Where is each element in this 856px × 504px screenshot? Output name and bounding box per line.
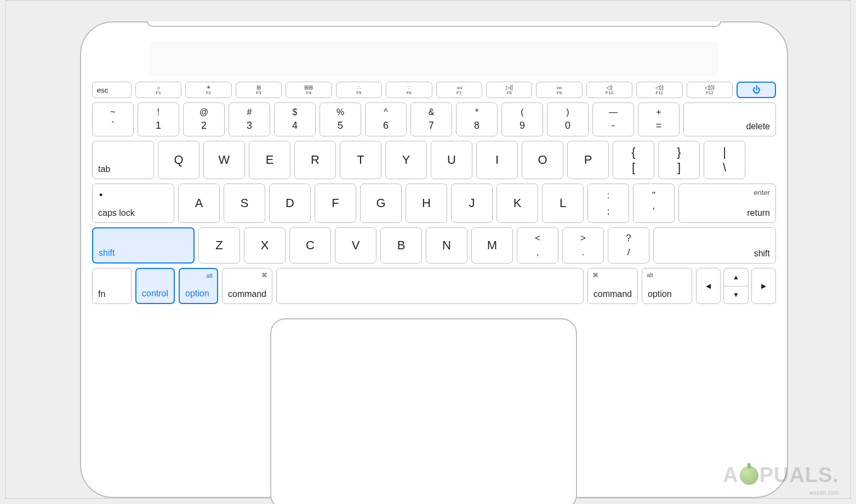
- key-shift-right[interactable]: shift: [653, 227, 776, 264]
- key-y[interactable]: Y: [385, 141, 427, 179]
- key-backtick[interactable]: ~`: [92, 102, 134, 136]
- key-k[interactable]: K: [497, 184, 538, 223]
- key-esc[interactable]: esc: [92, 82, 132, 98]
- key-m[interactable]: M: [471, 227, 513, 264]
- watermark-logo: A PUALS.: [723, 463, 839, 487]
- key-3[interactable]: #3: [229, 102, 270, 136]
- key-command-right[interactable]: ⌘command: [587, 268, 638, 304]
- key-9[interactable]: (9: [501, 102, 543, 136]
- key-sublabel: F10: [606, 91, 613, 95]
- key-arrow-down[interactable]: ▼: [723, 287, 748, 305]
- key-j[interactable]: J: [451, 184, 493, 223]
- key-sublabel: alt: [206, 272, 213, 279]
- key-w[interactable]: W: [203, 141, 245, 179]
- key-b[interactable]: B: [380, 227, 422, 264]
- key-arrow-up[interactable]: ▲: [723, 268, 748, 287]
- key-f9[interactable]: ▹▹F9: [536, 82, 582, 98]
- key-period[interactable]: >.: [562, 227, 604, 264]
- key-delete[interactable]: delete: [683, 102, 776, 136]
- arrow-left-icon: ◀: [706, 282, 711, 290]
- key-bracket-left[interactable]: {[: [613, 141, 654, 179]
- key-p[interactable]: P: [567, 141, 609, 179]
- key-comma[interactable]: <,: [517, 227, 558, 264]
- appuals-badge-icon: [740, 466, 758, 485]
- key-command-left[interactable]: ⌘command: [222, 268, 272, 304]
- key-label: command: [228, 289, 266, 299]
- key-0[interactable]: )0: [547, 102, 589, 136]
- key-6[interactable]: ^6: [365, 102, 407, 136]
- key-option-left[interactable]: altoption: [179, 268, 218, 304]
- key-equals[interactable]: +=: [638, 102, 680, 136]
- key-shift-left[interactable]: shift: [92, 227, 195, 264]
- key-u[interactable]: U: [431, 141, 472, 179]
- key-f2[interactable]: ☀F2: [185, 82, 231, 98]
- key-backslash[interactable]: |\: [704, 141, 745, 179]
- key-8[interactable]: *8: [456, 102, 498, 136]
- key-arrow-right[interactable]: ▶: [751, 268, 776, 304]
- key-a[interactable]: A: [178, 184, 220, 223]
- key-quote[interactable]: "': [633, 184, 675, 223]
- key-power[interactable]: ⏻: [737, 82, 776, 98]
- key-x[interactable]: X: [244, 227, 286, 264]
- key-f7[interactable]: ◃◃F7: [436, 82, 482, 98]
- key-i[interactable]: I: [476, 141, 518, 179]
- key-f[interactable]: F: [315, 184, 356, 223]
- key-f12[interactable]: ◁)))F12: [687, 82, 733, 98]
- arrow-up-icon: ▲: [733, 273, 739, 281]
- key-option-right[interactable]: altoption: [642, 268, 692, 304]
- speaker-grille: [150, 42, 718, 76]
- key-label: delete: [746, 122, 770, 131]
- mute-icon: ◁): [606, 85, 612, 90]
- key-f1[interactable]: ☼F1: [135, 82, 181, 98]
- key-capslock[interactable]: •caps lock: [92, 184, 174, 223]
- key-slash[interactable]: ?/: [608, 227, 649, 264]
- key-minus[interactable]: —-: [592, 102, 634, 136]
- function-row: esc ☼F1 ☀F2 ⊞F3 ⊞⊞F4 ∴F5 ∵F6 ◃◃F7 ▷||F8 …: [92, 82, 776, 98]
- key-label: fn: [98, 289, 105, 299]
- key-label: command: [594, 289, 632, 299]
- key-4[interactable]: $4: [274, 102, 316, 136]
- key-semicolon[interactable]: :;: [587, 184, 629, 223]
- trackpad[interactable]: [270, 318, 577, 504]
- key-2[interactable]: @2: [183, 102, 225, 136]
- key-f4[interactable]: ⊞⊞F4: [286, 82, 332, 98]
- arrow-right-icon: ▶: [761, 282, 766, 290]
- key-q[interactable]: Q: [158, 141, 199, 179]
- key-5[interactable]: %5: [319, 102, 361, 136]
- key-h[interactable]: H: [406, 184, 447, 223]
- key-fn[interactable]: fn: [92, 268, 132, 304]
- key-control[interactable]: control: [135, 268, 175, 304]
- key-space[interactable]: [276, 268, 584, 304]
- key-z[interactable]: Z: [198, 227, 240, 264]
- key-sublabel: alt: [647, 272, 653, 278]
- key-n[interactable]: N: [426, 227, 467, 264]
- key-sublabel: F7: [456, 91, 461, 95]
- key-arrow-left[interactable]: ◀: [696, 268, 721, 304]
- key-o[interactable]: O: [522, 141, 563, 179]
- key-e[interactable]: E: [249, 141, 290, 179]
- key-1[interactable]: !1: [138, 102, 179, 136]
- key-bracket-right[interactable]: }]: [658, 141, 700, 179]
- key-label: tab: [98, 164, 110, 174]
- key-f5[interactable]: ∴F5: [336, 82, 382, 98]
- key-d[interactable]: D: [269, 184, 311, 223]
- key-f10[interactable]: ◁)F10: [586, 82, 632, 98]
- key-g[interactable]: G: [360, 184, 402, 223]
- key-f6[interactable]: ∵F6: [386, 82, 432, 98]
- key-return[interactable]: enterreturn: [678, 184, 776, 223]
- key-tab[interactable]: tab: [92, 141, 154, 179]
- key-l[interactable]: L: [542, 184, 584, 223]
- key-sublabel: F11: [656, 91, 664, 95]
- key-s[interactable]: S: [224, 184, 265, 223]
- play-pause-icon: ▷||: [506, 85, 513, 90]
- key-f8[interactable]: ▷||F8: [486, 82, 532, 98]
- keyboard-bright-icon: ∵: [407, 85, 410, 90]
- key-v[interactable]: V: [335, 227, 376, 264]
- key-f11[interactable]: ◁))F11: [636, 82, 682, 98]
- forward-icon: ▹▹: [557, 85, 562, 90]
- key-f3[interactable]: ⊞F3: [236, 82, 282, 98]
- key-r[interactable]: R: [294, 141, 336, 179]
- key-c[interactable]: C: [289, 227, 331, 264]
- key-t[interactable]: T: [340, 141, 381, 179]
- key-7[interactable]: &7: [410, 102, 452, 136]
